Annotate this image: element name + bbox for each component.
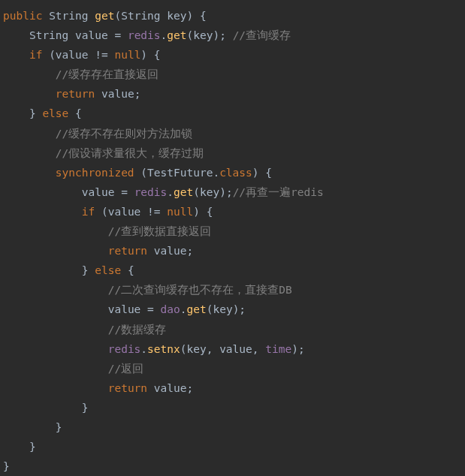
semicolon: ; — [226, 186, 233, 198]
dot: . — [213, 167, 219, 179]
keyword-null: null — [167, 206, 193, 218]
paren: ( — [187, 29, 194, 41]
dot: . — [167, 186, 174, 198]
brace: { — [128, 264, 134, 276]
paren: ) — [252, 167, 259, 179]
brace: { — [200, 10, 207, 22]
equals: = — [147, 303, 154, 315]
brace: { — [75, 107, 82, 119]
brace: } — [29, 441, 36, 453]
var-name: value — [82, 186, 115, 198]
method-get: get — [174, 186, 193, 198]
keyword-synchronized: synchronized — [56, 167, 134, 179]
return-val: value — [154, 245, 187, 257]
keyword-return: return — [108, 382, 147, 394]
keyword-if: if — [82, 206, 95, 218]
comment: //缓存不存在则对方法加锁 — [56, 128, 192, 140]
var-name: value — [108, 303, 141, 315]
dot: . — [161, 29, 168, 41]
method-get: get — [186, 303, 206, 315]
return-val: value — [101, 88, 134, 100]
paren: ( — [101, 206, 108, 218]
paren: ) — [219, 186, 226, 198]
cond-text: value != — [108, 206, 168, 218]
keyword-return: return — [56, 88, 95, 100]
keyword-else: else — [95, 264, 121, 276]
var-name: value — [75, 29, 108, 41]
brace: { — [154, 49, 161, 61]
method-name: get — [95, 10, 114, 22]
paren: ( — [114, 10, 121, 22]
param-type: String — [121, 10, 160, 22]
brace: } — [82, 402, 89, 414]
type-string: String — [29, 29, 68, 41]
paren: ) — [213, 29, 219, 41]
brace: } — [56, 421, 62, 433]
code-block: public String get(String key) { String v… — [3, 6, 462, 476]
cond-text: value != — [56, 49, 115, 61]
comment: //假设请求量很大，缓存过期 — [56, 147, 204, 159]
paren: ) — [187, 10, 194, 22]
brace: } — [82, 264, 89, 276]
arg-value: value — [219, 343, 252, 355]
return-val: value — [154, 382, 187, 394]
method-setnx: setnx — [147, 343, 180, 355]
keyword-public: public — [3, 10, 42, 22]
paren: ( — [193, 186, 200, 198]
comment: //缓存存在直接返回 — [56, 68, 159, 80]
keyword-class: class — [219, 167, 252, 179]
semicolon: ; — [219, 29, 226, 41]
class-name: TestFuture — [147, 167, 213, 179]
arg-key: key — [193, 29, 213, 41]
comment: //返回 — [108, 363, 143, 375]
keyword-if: if — [29, 49, 42, 61]
paren: ) — [291, 343, 298, 355]
keyword-null: null — [114, 49, 140, 61]
keyword-else: else — [42, 107, 68, 119]
type-string: String — [49, 10, 88, 22]
semicolon: ; — [239, 303, 246, 315]
semicolon: ; — [186, 382, 193, 394]
semicolon: ; — [134, 88, 141, 100]
arg-key: key — [213, 303, 232, 315]
comment: //再查一遍redis — [233, 186, 324, 198]
paren: ) — [193, 206, 200, 218]
comment: //查询缓存 — [233, 29, 291, 41]
brace: { — [265, 167, 272, 179]
arg-time: time — [265, 343, 291, 355]
arg-key: key — [200, 186, 219, 198]
arg-key: key — [186, 343, 206, 355]
field-redis: redis — [128, 29, 161, 41]
comment: //查到数据直接返回 — [108, 225, 211, 237]
brace: { — [207, 206, 213, 218]
field-redis: redis — [108, 343, 141, 355]
brace: } — [3, 460, 10, 472]
comma: , — [252, 343, 259, 355]
field-redis: redis — [134, 186, 168, 198]
comment: //数据缓存 — [108, 324, 166, 336]
semicolon: ; — [298, 343, 305, 355]
equals: = — [121, 186, 128, 198]
equals: = — [114, 29, 121, 41]
paren: ( — [49, 49, 56, 61]
keyword-return: return — [108, 245, 147, 257]
field-dao: dao — [161, 303, 180, 315]
paren: ) — [140, 49, 147, 61]
semicolon: ; — [186, 245, 193, 257]
brace: } — [29, 107, 36, 119]
paren: ( — [140, 167, 147, 179]
dot: . — [140, 343, 147, 355]
comment: //二次查询缓存也不存在，直接查DB — [108, 284, 292, 296]
method-get: get — [167, 29, 186, 41]
param-name: key — [167, 10, 186, 22]
comma: , — [207, 343, 213, 355]
